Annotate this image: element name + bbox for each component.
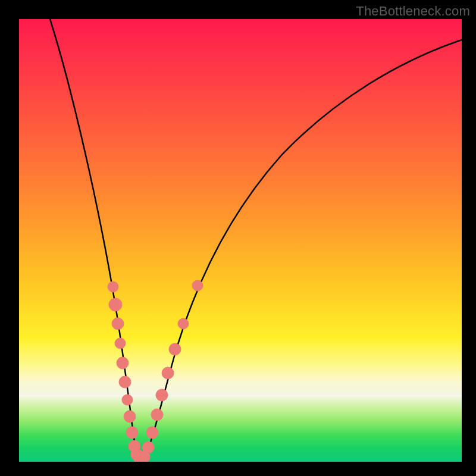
svg-point-8	[126, 427, 138, 439]
svg-point-19	[178, 318, 189, 329]
svg-point-5	[119, 376, 131, 388]
svg-point-6	[122, 394, 133, 405]
bottleneck-curve	[50, 19, 462, 459]
plot-area	[19, 19, 462, 462]
svg-point-20	[192, 280, 203, 291]
watermark-text: TheBottleneck.com	[356, 4, 470, 19]
svg-point-2	[112, 318, 124, 330]
svg-point-18	[169, 343, 181, 355]
svg-point-7	[124, 411, 136, 422]
svg-point-3	[115, 338, 126, 349]
svg-point-17	[162, 367, 174, 379]
svg-point-0	[108, 281, 118, 292]
svg-point-15	[151, 409, 163, 421]
curve-markers	[108, 280, 203, 462]
svg-point-4	[117, 357, 129, 369]
svg-point-1	[109, 298, 122, 311]
svg-point-14	[146, 427, 158, 439]
chart-frame: TheBottleneck.com	[0, 0, 476, 476]
curve-layer	[19, 19, 462, 462]
svg-point-16	[156, 389, 168, 401]
svg-point-13	[142, 441, 154, 453]
